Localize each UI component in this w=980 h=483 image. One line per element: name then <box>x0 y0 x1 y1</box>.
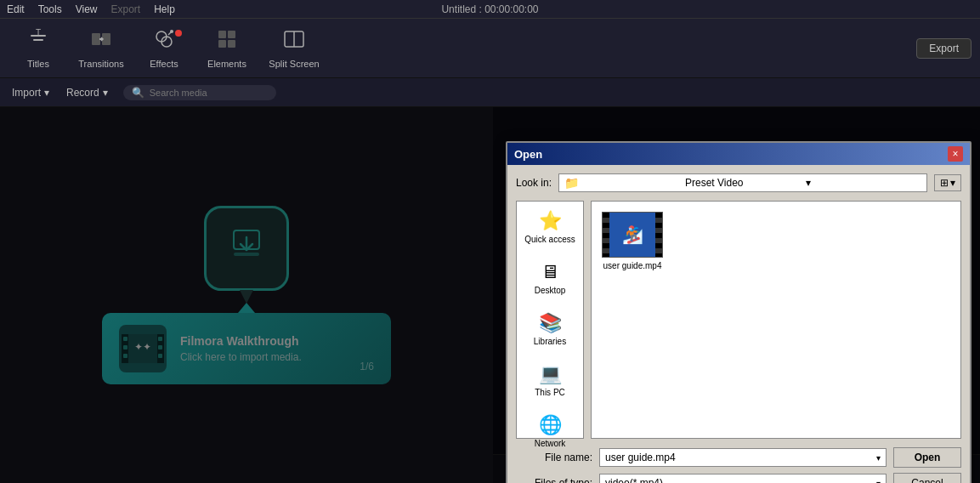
place-quick-access[interactable]: ⭐ Quick access <box>520 207 580 247</box>
files-panel: 🏂 user guide.mp4 <box>591 201 961 439</box>
dialog-action-buttons: Open <box>893 447 961 468</box>
search-icon: 🔍 <box>132 87 144 99</box>
file-type-field-label: Files of type: <box>516 477 592 483</box>
quick-access-label: Quick access <box>524 235 575 244</box>
import-chevron-icon: ▾ <box>44 87 49 99</box>
effects-badge <box>175 30 182 37</box>
place-network[interactable]: 🌐 Network <box>520 411 580 452</box>
split-screen-icon <box>283 28 305 55</box>
place-desktop[interactable]: 🖥 Desktop <box>520 258 580 298</box>
transitions-label: Transitions <box>78 59 123 69</box>
desktop-icon: 🖥 <box>541 261 559 283</box>
svg-rect-3 <box>92 33 100 45</box>
file-name-dropdown-arrow: ▾ <box>876 453 881 463</box>
file-type-row: Files of type: video(*.mp4) ▾ Cancel <box>516 473 961 483</box>
elements-label: Elements <box>207 59 246 69</box>
dialog-main: ⭐ Quick access 🖥 Desktop 📚 Libraries <box>516 201 961 439</box>
effects-label: Effects <box>150 59 178 69</box>
open-button[interactable]: Open <box>893 447 961 468</box>
place-libraries[interactable]: 📚 Libraries <box>520 309 580 349</box>
view-button[interactable]: ⊞ ▾ <box>934 174 961 191</box>
look-in-arrow: ▾ <box>806 177 921 189</box>
look-in-label: Look in: <box>516 177 552 189</box>
toolbar-transitions[interactable]: Transitions <box>71 23 131 74</box>
look-in-row: Look in: 📁 Preset Video ▾ ⊞ ▾ <box>516 173 961 192</box>
view-icon: ⊞ <box>940 177 949 189</box>
look-in-select[interactable]: 📁 Preset Video ▾ <box>558 173 927 192</box>
svg-rect-1 <box>33 39 43 41</box>
libraries-icon: 📚 <box>539 312 562 334</box>
record-label: Record <box>66 87 99 99</box>
place-this-pc[interactable]: 💻 This PC <box>520 360 580 401</box>
svg-rect-8 <box>218 31 226 38</box>
file-type-field[interactable]: video(*.mp4) ▾ <box>599 474 887 483</box>
export-button[interactable]: Export <box>916 38 972 59</box>
svg-point-7 <box>170 30 173 33</box>
toolbar: T Titles Transitions Effects <box>0 19 980 78</box>
file-name-field[interactable]: user guide.mp4 ▾ <box>599 448 887 467</box>
file-thumbnail: 🏂 <box>602 212 663 258</box>
places-panel: ⭐ Quick access 🖥 Desktop 📚 Libraries <box>516 201 584 439</box>
toolbar-titles[interactable]: T Titles <box>8 23 68 74</box>
import-label: Import <box>12 87 41 99</box>
network-icon: 🌐 <box>539 414 562 436</box>
dialog-overlay: Open × Look in: 📁 Preset Video ▾ ⊞ ▾ <box>0 107 980 483</box>
file-name-value: user guide.mp4 <box>605 452 676 463</box>
dialog-title-bar: Open × <box>507 143 970 165</box>
quick-access-icon: ⭐ <box>539 210 562 232</box>
svg-text:T: T <box>36 28 41 37</box>
open-dialog: Open × Look in: 📁 Preset Video ▾ ⊞ ▾ <box>506 141 972 483</box>
menu-tools[interactable]: Tools <box>38 3 62 15</box>
file-name-field-label: File name: <box>516 452 592 463</box>
app-title: Untitled : 00:00:00:00 <box>441 0 538 19</box>
elements-icon <box>216 28 238 55</box>
search-wrap: 🔍 <box>123 85 276 100</box>
look-in-value: Preset Video <box>685 177 801 189</box>
this-pc-icon: 💻 <box>539 363 562 385</box>
main-content: ✦✦ Filmora Walkthrough Click here to imp… <box>0 107 980 483</box>
record-chevron-icon: ▾ <box>103 87 108 99</box>
titles-label: Titles <box>27 59 49 69</box>
svg-rect-9 <box>228 31 235 38</box>
file-type-dropdown-arrow: ▾ <box>876 479 881 484</box>
dialog-title: Open <box>514 148 542 161</box>
effects-icon <box>153 28 175 55</box>
file-name-label: user guide.mp4 <box>603 261 662 270</box>
film-person-icon: 🏂 <box>622 224 643 245</box>
import-button[interactable]: Import ▾ <box>7 85 54 100</box>
folder-icon: 📁 <box>564 176 680 190</box>
desktop-label: Desktop <box>535 286 566 295</box>
toolbar-effects[interactable]: Effects <box>134 23 194 74</box>
film-strip-visual: 🏂 <box>603 213 662 257</box>
file-user-guide[interactable]: 🏂 user guide.mp4 <box>598 208 666 274</box>
record-button[interactable]: Record ▾ <box>61 85 113 100</box>
menu-bar: Edit Tools View Export Help Untitled : 0… <box>0 0 980 19</box>
titles-icon: T <box>27 28 49 55</box>
dialog-footer: File name: user guide.mp4 ▾ Open Files o… <box>516 447 961 483</box>
secondary-toolbar: Import ▾ Record ▾ 🔍 <box>0 78 980 107</box>
view-arrow: ▾ <box>950 177 955 189</box>
dialog-cancel-area: Cancel <box>893 473 961 483</box>
export-area: Export <box>916 38 972 59</box>
svg-rect-11 <box>228 40 235 48</box>
transitions-icon <box>90 28 112 55</box>
menu-help[interactable]: Help <box>154 3 175 15</box>
menu-view[interactable]: View <box>76 3 98 15</box>
svg-rect-10 <box>218 40 226 48</box>
this-pc-label: This PC <box>535 388 565 397</box>
split-screen-label: Split Screen <box>269 59 319 69</box>
dialog-body: Look in: 📁 Preset Video ▾ ⊞ ▾ <box>507 165 970 483</box>
toolbar-elements[interactable]: Elements <box>197 23 257 74</box>
toolbar-split-screen[interactable]: Split Screen <box>260 23 328 74</box>
dialog-close-button[interactable]: × <box>948 146 963 162</box>
file-type-value: video(*.mp4) <box>605 477 663 483</box>
menu-edit[interactable]: Edit <box>7 3 25 15</box>
file-name-row: File name: user guide.mp4 ▾ Open <box>516 447 961 468</box>
libraries-label: Libraries <box>534 337 566 346</box>
menu-export[interactable]: Export <box>111 3 141 15</box>
cancel-button[interactable]: Cancel <box>893 473 961 483</box>
search-input[interactable] <box>150 88 268 98</box>
